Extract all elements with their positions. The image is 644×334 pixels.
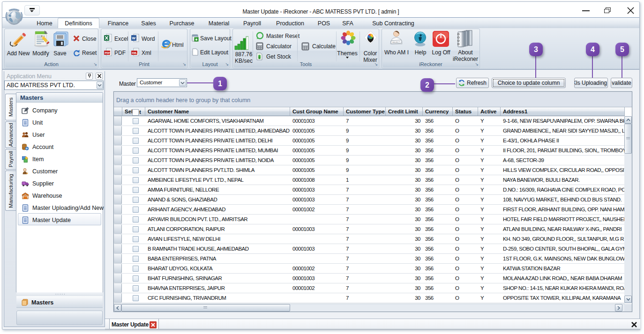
svg-text:W: W: [132, 36, 136, 40]
svg-text:PDF: PDF: [105, 52, 111, 54]
svg-text:XML: XML: [132, 52, 137, 54]
